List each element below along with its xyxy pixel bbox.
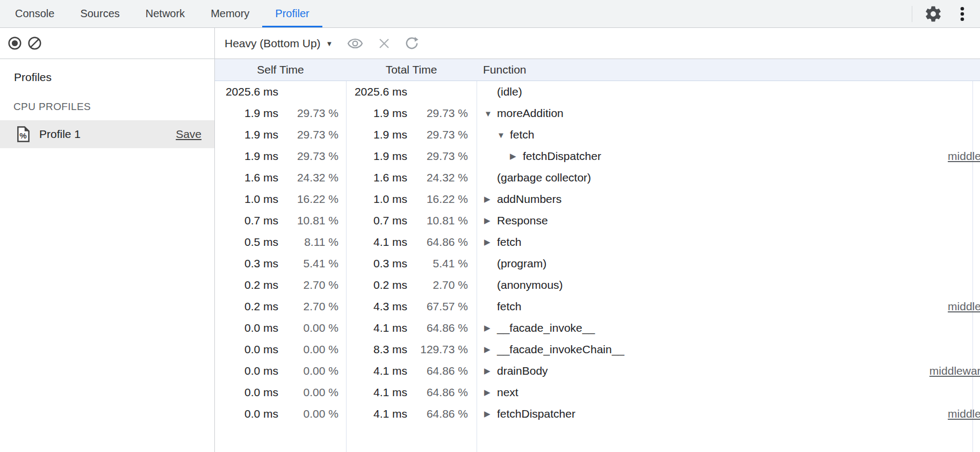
table-row[interactable]: 0.0 ms 0.00 % 4.1 ms 64.86 % ▶ __facade_… bbox=[215, 317, 980, 339]
total-time-cell: 1.0 ms 16.22 % bbox=[346, 193, 477, 206]
total-time-cell: 4.1 ms 64.86 % bbox=[346, 386, 477, 399]
svg-text:%: % bbox=[19, 131, 27, 140]
total-time-cell: 1.9 ms 29.73 % bbox=[346, 107, 477, 120]
column-header-self-time[interactable]: Self Time bbox=[215, 63, 346, 76]
tab-network[interactable]: Network bbox=[133, 0, 198, 27]
record-button[interactable] bbox=[8, 36, 22, 50]
self-time-value: 1.9 ms bbox=[215, 150, 278, 163]
tree-expander-icon[interactable]: ▶ bbox=[510, 151, 523, 161]
table-row[interactable]: 1.9 ms 29.73 % 1.9 ms 29.73 % ▶ fetchDis… bbox=[215, 145, 980, 167]
total-time-value: 4.1 ms bbox=[346, 407, 407, 420]
self-time-value: 0.7 ms bbox=[215, 214, 278, 227]
tab-sources[interactable]: Sources bbox=[67, 0, 132, 27]
total-time-cell: 4.1 ms 64.86 % bbox=[346, 236, 477, 249]
tree-expander-icon[interactable]: ▶ bbox=[484, 323, 497, 333]
tab-console[interactable]: Console bbox=[2, 0, 67, 27]
function-name: fetch bbox=[497, 300, 522, 313]
settings-button[interactable] bbox=[924, 5, 942, 23]
table-row[interactable]: 2025.6 ms 2025.6 ms (idle) bbox=[215, 81, 980, 103]
view-mode-dropdown[interactable]: Heavy (Bottom Up) ▼ bbox=[225, 37, 333, 50]
table-row[interactable]: 0.5 ms 8.11 % 4.1 ms 64.86 % ▶ fetch ind… bbox=[215, 231, 980, 253]
total-time-value: 1.6 ms bbox=[346, 171, 407, 184]
total-time-percent: 64.86 % bbox=[407, 322, 477, 334]
total-time-cell: 1.6 ms 24.32 % bbox=[346, 171, 477, 184]
self-time-percent: 29.73 % bbox=[278, 107, 346, 120]
function-cell: (idle) bbox=[477, 85, 980, 98]
self-time-cell: 0.0 ms 0.00 % bbox=[215, 364, 346, 377]
self-time-percent: 8.11 % bbox=[278, 236, 346, 249]
view-mode-label: Heavy (Bottom Up) bbox=[225, 37, 321, 50]
refresh-icon bbox=[405, 36, 419, 50]
source-location-link[interactable]: middleware-loader.entry.ts:46 bbox=[948, 150, 980, 163]
table-row[interactable]: 0.7 ms 10.81 % 0.7 ms 10.81 % ▶ Response bbox=[215, 210, 980, 231]
tree-expander-icon[interactable]: ▶ bbox=[484, 345, 497, 354]
table-row[interactable]: 1.0 ms 16.22 % 1.0 ms 16.22 % ▶ addNumbe… bbox=[215, 188, 980, 210]
tab-profiler[interactable]: Profiler bbox=[262, 0, 322, 27]
focus-function-button[interactable] bbox=[347, 37, 364, 50]
total-time-cell: 0.3 ms 5.41 % bbox=[346, 257, 477, 270]
restore-functions-button[interactable] bbox=[405, 36, 419, 50]
total-time-percent: 2.70 % bbox=[407, 279, 477, 291]
tree-expander-icon[interactable]: ▶ bbox=[484, 237, 497, 247]
table-row[interactable]: 0.0 ms 0.00 % 4.1 ms 64.86 % ▶ fetchDisp… bbox=[215, 403, 980, 425]
total-time-percent: 64.86 % bbox=[407, 407, 477, 420]
source-location-link[interactable]: middleware-loader.entry.ts:46 bbox=[948, 407, 980, 420]
clear-profiles-button[interactable] bbox=[27, 36, 42, 50]
grid-rows: 2025.6 ms 2025.6 ms (idle) 1.9 ms 29.73 … bbox=[215, 81, 980, 425]
table-row[interactable]: 1.6 ms 24.32 % 1.6 ms 24.32 % (garbage c… bbox=[215, 167, 980, 188]
tree-expander-icon[interactable]: ▼ bbox=[484, 109, 497, 118]
tree-expander-icon[interactable]: ▶ bbox=[484, 194, 497, 204]
exclude-function-button[interactable] bbox=[378, 37, 391, 50]
function-cell: ▶ fetch index.js:16 bbox=[477, 236, 980, 249]
self-time-value: 0.3 ms bbox=[215, 257, 278, 270]
grid-header: Self Time Total Time Function bbox=[215, 59, 980, 81]
total-time-percent: 64.86 % bbox=[407, 364, 477, 377]
table-row[interactable]: 1.9 ms 29.73 % 1.9 ms 29.73 % ▼ moreAddi… bbox=[215, 103, 980, 124]
self-time-value: 0.0 ms bbox=[215, 364, 278, 377]
sidebar-item-profile-1[interactable]: % Profile 1 Save bbox=[0, 120, 214, 148]
devtools-window: Console Sources Network Memory Profiler bbox=[0, 0, 980, 452]
total-time-value: 1.0 ms bbox=[346, 193, 407, 206]
table-row[interactable]: 0.3 ms 5.41 % 0.3 ms 5.41 % (program) bbox=[215, 253, 980, 274]
tabbar-divider bbox=[912, 6, 912, 22]
tree-expander-icon[interactable]: ▶ bbox=[484, 409, 497, 419]
tab-memory[interactable]: Memory bbox=[198, 0, 262, 27]
function-name: fetchDispatcher bbox=[497, 407, 575, 420]
self-time-percent: 0.00 % bbox=[278, 386, 346, 399]
total-time-value: 1.9 ms bbox=[346, 107, 407, 120]
source-location-link[interactable]: middleware-ensu…y-drained.ts:3 bbox=[929, 364, 980, 377]
self-time-cell: 0.2 ms 2.70 % bbox=[215, 279, 346, 291]
tab-label: Sources bbox=[80, 8, 119, 20]
column-header-function[interactable]: Function bbox=[477, 63, 980, 76]
table-row[interactable]: 0.2 ms 2.70 % 0.2 ms 2.70 % (anonymous) bbox=[215, 274, 980, 296]
function-name: Response bbox=[497, 214, 548, 227]
close-icon bbox=[378, 37, 391, 50]
profiler-toolbar: Heavy (Bottom Up) ▼ bbox=[215, 28, 980, 59]
save-profile-link[interactable]: Save bbox=[176, 128, 201, 141]
table-row[interactable]: 0.2 ms 2.70 % 4.3 ms 67.57 % fetch middl… bbox=[215, 296, 980, 317]
column-header-total-time[interactable]: Total Time bbox=[346, 63, 477, 76]
more-options-button[interactable] bbox=[954, 5, 970, 23]
tab-label: Console bbox=[15, 8, 54, 20]
main-area: Profiles CPU PROFILES % Profile 1 Save H… bbox=[0, 28, 980, 452]
cpu-profiles-section-label: CPU PROFILES bbox=[13, 101, 214, 113]
tree-expander-icon[interactable]: ▼ bbox=[497, 130, 510, 140]
tree-expander-icon[interactable]: ▶ bbox=[484, 216, 497, 225]
table-row[interactable]: 0.0 ms 0.00 % 4.1 ms 64.86 % ▶ next comm… bbox=[215, 382, 980, 403]
self-time-cell: 0.3 ms 5.41 % bbox=[215, 257, 346, 270]
function-cell: ▶ Response bbox=[477, 214, 980, 227]
source-location-link[interactable]: middleware-loader.entry.ts:59 bbox=[948, 300, 980, 313]
table-row[interactable]: 1.9 ms 29.73 % 1.9 ms 29.73 % ▼ fetch in… bbox=[215, 124, 980, 145]
table-row[interactable]: 0.0 ms 0.00 % 4.1 ms 64.86 % ▶ drainBody… bbox=[215, 360, 980, 382]
table-row[interactable]: 0.0 ms 0.00 % 8.3 ms 129.73 % ▶ __facade… bbox=[215, 339, 980, 360]
tree-expander-icon[interactable]: ▶ bbox=[484, 366, 497, 376]
self-time-percent: 29.73 % bbox=[278, 128, 346, 141]
self-time-percent: 0.00 % bbox=[278, 322, 346, 334]
self-time-value: 0.0 ms bbox=[215, 322, 278, 334]
total-time-value: 4.3 ms bbox=[346, 300, 407, 313]
function-name: (garbage collector) bbox=[497, 171, 591, 184]
tree-expander-icon[interactable]: ▶ bbox=[484, 388, 497, 397]
total-time-percent: 64.86 % bbox=[407, 386, 477, 399]
total-time-cell: 8.3 ms 129.73 % bbox=[346, 343, 477, 356]
self-time-value: 0.0 ms bbox=[215, 407, 278, 420]
